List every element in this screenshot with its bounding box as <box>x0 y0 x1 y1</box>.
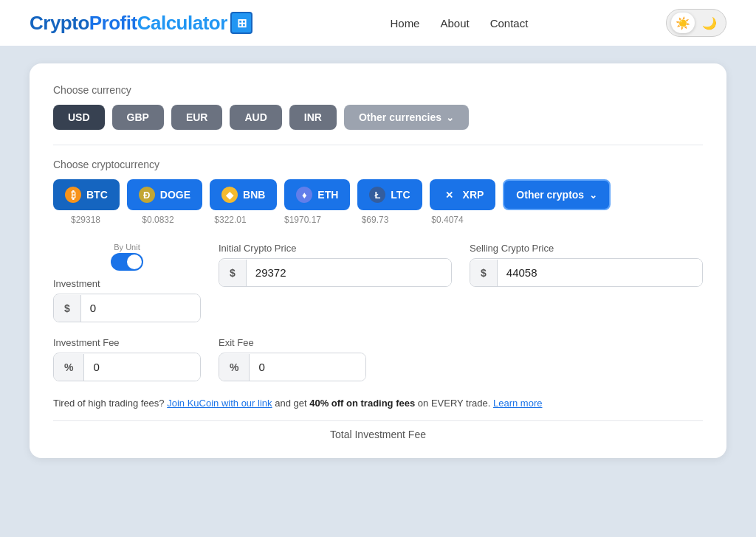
by-unit-toggle[interactable] <box>111 253 143 271</box>
promo-text: Tired of high trading fees? Join KuCoin … <box>53 396 703 412</box>
logo-crypto: Crypto <box>30 12 89 35</box>
calculator-card: Choose currency USD GBP EUR AUD INR Othe… <box>30 63 726 458</box>
investment-input[interactable] <box>81 294 200 322</box>
promo-text-before: Tired of high trading fees? <box>53 398 165 409</box>
btc-price: $29318 <box>53 215 118 225</box>
currency-section-label: Choose currency <box>53 84 703 96</box>
doge-label: DOGE <box>160 189 190 201</box>
nav-home[interactable]: Home <box>390 17 419 30</box>
currency-btn-gbp[interactable]: GBP <box>112 105 164 130</box>
navbar: CryptoProfitCalculator ⊞ Home About Cont… <box>0 0 756 46</box>
dark-mode-button[interactable]: 🌙 <box>698 13 721 33</box>
crypto-btn-xrp[interactable]: ✕ XRP <box>430 179 496 210</box>
ltc-price: $69.73 <box>343 215 408 225</box>
initial-price-prefix: $ <box>219 260 247 286</box>
exit-fee-label: Exit Fee <box>219 337 366 348</box>
currency-btn-aud[interactable]: AUD <box>230 105 281 130</box>
currency-buttons: USD GBP EUR AUD INR Other currencies ⌄ <box>53 105 703 130</box>
investment-input-wrapper: $ <box>53 294 201 322</box>
crypto-buttons: ₿ BTC Ð DOGE ◆ BNB ♦ ETH Ł LTC ✕ XRP <box>53 179 703 210</box>
crypto-btn-bnb[interactable]: ◆ BNB <box>210 179 277 210</box>
divider-1 <box>53 145 703 145</box>
initial-price-input[interactable] <box>247 259 451 286</box>
ltc-icon: Ł <box>369 187 385 203</box>
promo-bold: 40% off on trading fees <box>309 398 415 409</box>
crypto-btn-ltc[interactable]: Ł LTC <box>357 179 422 210</box>
selling-price-prefix: $ <box>470 260 498 286</box>
other-currencies-label: Other currencies <box>359 111 441 123</box>
investment-fee-input-wrapper: % <box>53 353 201 381</box>
initial-price-group: Initial Crypto Price $ <box>219 243 452 287</box>
currency-btn-other[interactable]: Other currencies ⌄ <box>344 105 469 130</box>
investment-fee-label: Investment Fee <box>53 337 201 348</box>
crypto-section-label: Choose cryptocurrency <box>53 159 703 170</box>
main-content: Choose currency USD GBP EUR AUD INR Othe… <box>0 46 756 537</box>
initial-price-input-wrapper: $ <box>219 258 452 287</box>
doge-price: $0.0832 <box>126 215 190 225</box>
chevron-down-icon: ⌄ <box>446 112 454 123</box>
calculator-icon: ⊞ <box>230 12 252 34</box>
promo-text-after: on EVERY trade. <box>418 398 493 409</box>
investment-fee-input[interactable] <box>84 353 200 381</box>
by-unit-label: By Unit <box>114 243 140 252</box>
xrp-label: XRP <box>463 189 484 201</box>
crypto-prices: $29318 $0.0832 $322.01 $1970.17 $69.73 $… <box>53 215 703 225</box>
crypto-btn-doge[interactable]: Ð DOGE <box>127 179 202 210</box>
crypto-btn-other[interactable]: Other cryptos ⌄ <box>503 179 611 210</box>
exit-fee-prefix: % <box>219 354 250 381</box>
selling-price-group: Selling Crypto Price $ <box>470 243 703 287</box>
initial-price-label: Initial Crypto Price <box>219 243 452 254</box>
selling-price-input-wrapper: $ <box>470 258 703 287</box>
kucoin-link[interactable]: Join KuCoin with our link <box>167 398 272 409</box>
nav-about[interactable]: About <box>440 17 469 30</box>
exit-fee-input-wrapper: % <box>219 353 366 381</box>
doge-icon: Ð <box>139 187 155 203</box>
other-cryptos-label: Other cryptos <box>516 189 584 201</box>
other-cryptos-chevron-icon: ⌄ <box>589 190 597 201</box>
xrp-price: $0.4074 <box>415 215 480 225</box>
btc-label: BTC <box>86 189 108 201</box>
ltc-label: LTC <box>391 189 410 201</box>
currency-btn-inr[interactable]: INR <box>289 105 337 130</box>
investment-fee-group: Investment Fee % <box>53 337 201 381</box>
logo: CryptoProfitCalculator ⊞ <box>30 12 252 35</box>
light-mode-button[interactable]: ☀️ <box>671 13 695 33</box>
logo-profit: Profit <box>89 12 137 35</box>
xrp-icon: ✕ <box>441 187 458 203</box>
promo-text-mid: and get <box>275 398 309 409</box>
investment-fee-prefix: % <box>54 354 84 381</box>
learn-more-link[interactable]: Learn more <box>493 398 542 409</box>
bnb-price: $322.01 <box>198 215 263 225</box>
inputs-row-1: By Unit Investment $ Initial Crypto Pric… <box>53 243 703 322</box>
eth-price: $1970.17 <box>270 215 335 225</box>
inputs-row-2: Investment Fee % Exit Fee % <box>53 337 703 381</box>
theme-toggle[interactable]: ☀️ 🌙 <box>666 9 726 37</box>
nav-links: Home About Contact <box>390 17 528 30</box>
investment-label: Investment <box>53 278 201 289</box>
nav-contact[interactable]: Contact <box>490 17 529 30</box>
exit-fee-group: Exit Fee % <box>219 337 366 381</box>
bnb-icon: ◆ <box>221 187 238 203</box>
selling-price-label: Selling Crypto Price <box>470 243 703 254</box>
currency-btn-usd[interactable]: USD <box>53 105 105 130</box>
exit-fee-input[interactable] <box>250 353 365 381</box>
logo-calculator: Calculator <box>137 12 227 35</box>
btc-icon: ₿ <box>65 187 81 203</box>
investment-prefix: $ <box>54 295 81 322</box>
total-investment-fee-label: Total Investment Fee <box>53 420 703 440</box>
eth-label: ETH <box>317 189 338 201</box>
eth-icon: ♦ <box>296 187 312 203</box>
bnb-label: BNB <box>243 189 265 201</box>
crypto-btn-eth[interactable]: ♦ ETH <box>284 179 350 210</box>
selling-price-input[interactable] <box>498 259 702 286</box>
investment-group: By Unit Investment $ <box>53 243 201 322</box>
crypto-btn-btc[interactable]: ₿ BTC <box>53 179 120 210</box>
currency-btn-eur[interactable]: EUR <box>171 105 223 130</box>
